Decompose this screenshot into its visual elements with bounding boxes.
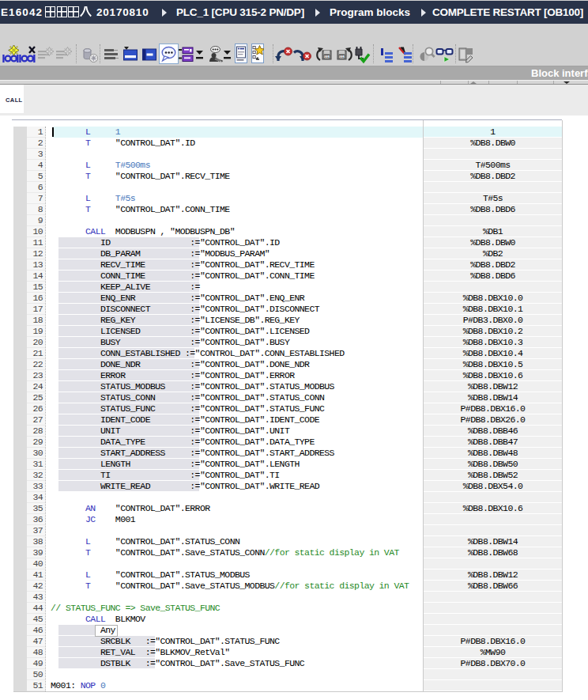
svg-text:01: 01 <box>340 55 345 59</box>
svg-text:01: 01 <box>325 55 330 59</box>
